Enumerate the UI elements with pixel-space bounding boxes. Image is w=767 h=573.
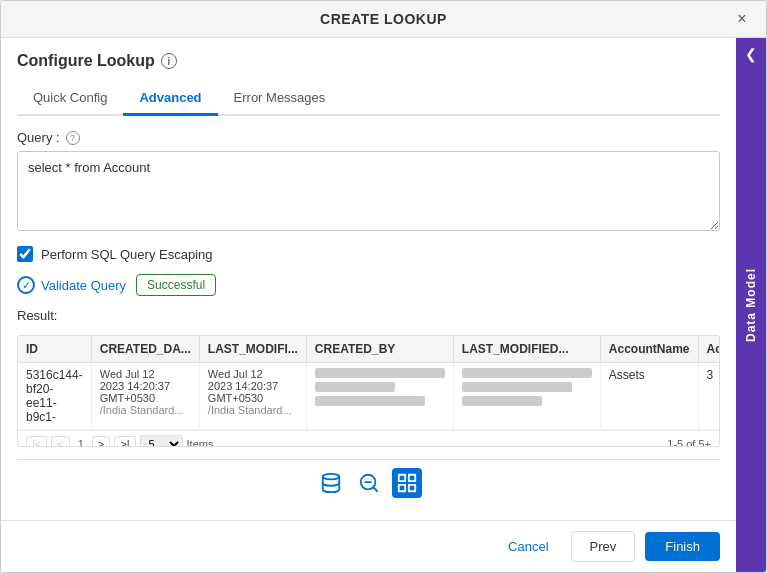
svg-rect-6 bbox=[398, 485, 404, 491]
prev-button[interactable]: Prev bbox=[571, 531, 636, 562]
svg-rect-5 bbox=[408, 475, 414, 481]
validation-status-badge: Successful bbox=[136, 274, 216, 296]
main-content: Configure Lookup i Quick Config Advanced… bbox=[1, 38, 766, 572]
prev-page-btn[interactable]: < bbox=[51, 436, 69, 447]
col-header-created-date: CREATED_DA... bbox=[91, 336, 199, 363]
next-page-btn[interactable]: > bbox=[92, 436, 110, 447]
validate-query-link[interactable]: ✓ Validate Query bbox=[17, 276, 126, 294]
header-area: Configure Lookup i Quick Config Advanced… bbox=[1, 38, 736, 116]
svg-rect-7 bbox=[408, 485, 414, 491]
configure-title-text: Configure Lookup bbox=[17, 52, 155, 70]
cell-id: 5316c144-bf20-ee11-b9c1- bbox=[18, 363, 91, 430]
side-panel-arrow-icon: ❮ bbox=[745, 46, 757, 62]
svg-point-0 bbox=[322, 474, 339, 480]
validate-query-label: Validate Query bbox=[41, 278, 126, 293]
database-icon bbox=[320, 472, 342, 494]
close-button[interactable]: × bbox=[730, 7, 754, 31]
cell-last-modified: Wed Jul 122023 14:20:37GMT+0530/India St… bbox=[199, 363, 306, 430]
query-label: Query : ? bbox=[17, 130, 720, 145]
info-icon[interactable]: i bbox=[161, 53, 177, 69]
cancel-button[interactable]: Cancel bbox=[496, 533, 560, 560]
results-table-container[interactable]: ID CREATED_DA... LAST_MODIFI... CREATED_… bbox=[17, 335, 720, 447]
col-header-account-num: AccountNu. bbox=[698, 336, 720, 363]
page-number: 1 bbox=[74, 438, 88, 447]
title-bar: CREATE LOOKUP × bbox=[1, 1, 766, 38]
validate-check-icon: ✓ bbox=[17, 276, 35, 294]
result-label: Result: bbox=[17, 308, 720, 323]
side-panel[interactable]: ❮ Data Model bbox=[736, 38, 766, 572]
tabs-container: Quick Config Advanced Error Messages bbox=[17, 82, 720, 116]
database-icon-btn[interactable] bbox=[316, 468, 346, 498]
configure-title: Configure Lookup i bbox=[17, 52, 720, 70]
pagination-row: |< < 1 > >| 5 10 25 Items 1-5 of 5+ bbox=[18, 430, 719, 447]
col-header-created-by: CREATED_BY bbox=[306, 336, 453, 363]
tab-error-messages[interactable]: Error Messages bbox=[218, 82, 342, 116]
left-panel: Configure Lookup i Quick Config Advanced… bbox=[1, 38, 736, 572]
results-table: ID CREATED_DA... LAST_MODIFI... CREATED_… bbox=[18, 336, 720, 430]
finish-button[interactable]: Finish bbox=[645, 532, 720, 561]
items-label: Items bbox=[187, 438, 214, 447]
content-area: Query : ? Perform SQL Query Escaping ✓ V… bbox=[1, 116, 736, 520]
tab-advanced[interactable]: Advanced bbox=[123, 82, 217, 116]
col-header-account-name: AccountName bbox=[600, 336, 698, 363]
side-panel-label: Data Model bbox=[744, 268, 758, 342]
cell-account-num: 3 bbox=[698, 363, 720, 430]
sql-escaping-checkbox[interactable] bbox=[17, 246, 33, 262]
cell-created-by bbox=[306, 363, 453, 430]
table-toolbar bbox=[17, 459, 720, 506]
first-page-btn[interactable]: |< bbox=[26, 436, 47, 447]
sql-escaping-row: Perform SQL Query Escaping bbox=[17, 246, 720, 262]
table-row: 5316c144-bf20-ee11-b9c1- Wed Jul 122023 … bbox=[18, 363, 720, 430]
query-help-icon[interactable]: ? bbox=[66, 131, 80, 145]
last-page-btn[interactable]: >| bbox=[114, 436, 135, 447]
grid-view-icon-btn[interactable] bbox=[392, 468, 422, 498]
query-section: Query : ? bbox=[17, 130, 720, 234]
svg-rect-4 bbox=[398, 475, 404, 481]
zoom-out-icon bbox=[358, 472, 380, 494]
cell-last-modified-by bbox=[453, 363, 600, 430]
validate-row: ✓ Validate Query Successful bbox=[17, 274, 720, 296]
sql-escaping-label: Perform SQL Query Escaping bbox=[41, 247, 212, 262]
zoom-out-icon-btn[interactable] bbox=[354, 468, 384, 498]
tab-quick-config[interactable]: Quick Config bbox=[17, 82, 123, 116]
dialog-title: CREATE LOOKUP bbox=[320, 11, 447, 27]
cell-account-name: Assets bbox=[600, 363, 698, 430]
col-header-id: ID bbox=[18, 336, 91, 363]
per-page-select[interactable]: 5 10 25 bbox=[140, 435, 183, 447]
query-input[interactable] bbox=[17, 151, 720, 231]
range-label: 1-5 of 5+ bbox=[667, 438, 711, 447]
svg-line-2 bbox=[373, 487, 377, 491]
col-header-last-modified: LAST_MODIFI... bbox=[199, 336, 306, 363]
footer: Cancel Prev Finish bbox=[1, 520, 736, 572]
col-header-last-modified-by: LAST_MODIFIED... bbox=[453, 336, 600, 363]
cell-created-date: Wed Jul 122023 14:20:37GMT+0530/India St… bbox=[91, 363, 199, 430]
grid-view-icon bbox=[396, 472, 418, 494]
